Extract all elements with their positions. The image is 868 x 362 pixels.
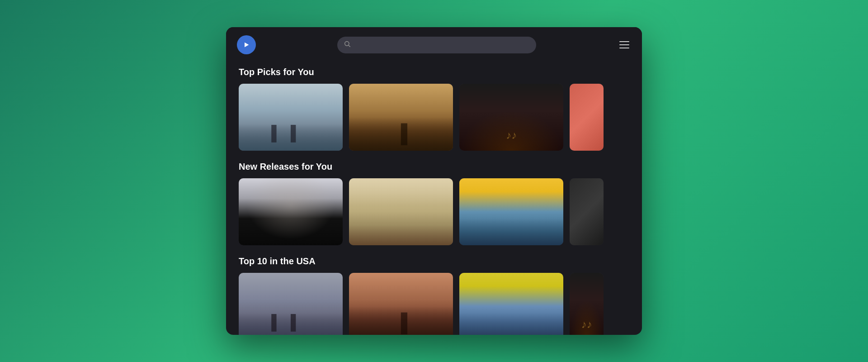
svg-point-1: [345, 42, 349, 46]
svg-marker-0: [245, 43, 249, 48]
search-icon: [344, 40, 351, 49]
card-scene: [239, 273, 343, 335]
top-picks-title: Top Picks for You: [239, 67, 629, 77]
logo-button[interactable]: [237, 35, 256, 54]
menu-line-2: [619, 44, 629, 45]
movie-card[interactable]: [459, 273, 563, 335]
header: [226, 27, 642, 62]
new-releases-cards-row: [239, 178, 629, 245]
card-scene: [570, 178, 604, 245]
movie-card[interactable]: [459, 178, 563, 245]
top10-cards-row: [239, 273, 629, 335]
card-scene: [349, 84, 453, 151]
card-scene: [239, 178, 343, 245]
top10-usa-title: Top 10 in the USA: [239, 256, 629, 267]
movie-card-partial[interactable]: [570, 273, 604, 335]
card-scene: [349, 178, 453, 245]
top-picks-section: Top Picks for You: [239, 67, 629, 151]
movie-card[interactable]: [239, 178, 343, 245]
new-releases-title: New Releases for You: [239, 162, 629, 172]
movie-card[interactable]: [239, 273, 343, 335]
card-scene: [459, 178, 563, 245]
card-scene: [239, 84, 343, 151]
card-scene: [570, 84, 604, 151]
movie-card[interactable]: [349, 273, 453, 335]
play-icon: [243, 41, 250, 48]
menu-button[interactable]: [618, 39, 631, 50]
card-scene: [459, 273, 563, 335]
card-scene: [349, 273, 453, 335]
movie-card-partial[interactable]: [570, 178, 604, 245]
movie-card[interactable]: [349, 84, 453, 151]
top-picks-cards-row: [239, 84, 629, 151]
content-area: Top Picks for You New Releases for You: [226, 62, 642, 335]
new-releases-section: New Releases for You: [239, 162, 629, 245]
app-window: Top Picks for You New Releases for You: [226, 27, 642, 335]
search-input[interactable]: [337, 37, 536, 53]
menu-line-1: [619, 41, 629, 42]
movie-card[interactable]: [349, 178, 453, 245]
movie-card[interactable]: [239, 84, 343, 151]
movie-card[interactable]: [459, 84, 563, 151]
movie-card-partial[interactable]: [570, 84, 604, 151]
svg-line-2: [349, 45, 350, 47]
card-scene: [570, 273, 604, 335]
card-scene: [459, 84, 563, 151]
top10-usa-section: Top 10 in the USA: [239, 256, 629, 335]
menu-line-3: [619, 48, 629, 48]
search-bar: [337, 37, 536, 53]
